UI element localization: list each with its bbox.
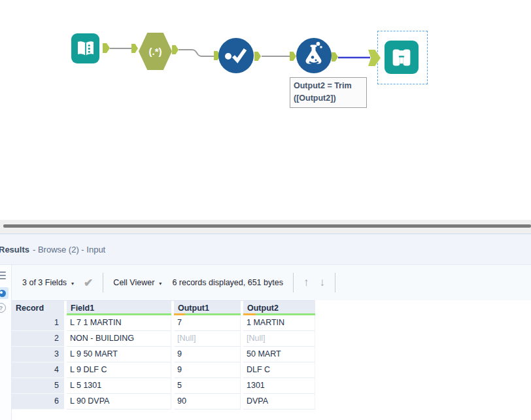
quality-bar-output2: [243, 313, 315, 315]
formula-output-anchor[interactable]: [332, 52, 338, 61]
scroll-up-icon[interactable]: ↑: [303, 276, 309, 289]
cell-output1[interactable]: 5: [174, 378, 241, 394]
tool-browse[interactable]: [385, 41, 419, 74]
fields-caret-icon[interactable]: ▾: [71, 281, 74, 287]
text-input-book-icon: [74, 37, 97, 60]
cell-output2[interactable]: 50 MART: [243, 347, 315, 362]
fields-selector[interactable]: 3 of 3 Fields: [22, 278, 67, 287]
panel-splitter[interactable]: [0, 220, 531, 234]
quality-bar-output1: [174, 313, 241, 315]
cell-field1[interactable]: NON - BUILDING: [67, 331, 171, 347]
annotation-line2: ([Output2]): [294, 92, 363, 105]
apply-check-icon[interactable]: ✔: [84, 276, 93, 290]
cell-output2[interactable]: [Null]: [243, 331, 315, 347]
regex-output-anchor[interactable]: [172, 45, 179, 54]
scroll-down-icon[interactable]: ↓: [319, 276, 325, 289]
toolbar-separator: [293, 273, 294, 292]
cell-viewer-selector[interactable]: Cell Viewer: [113, 278, 154, 287]
formula-annotation[interactable]: Output2 = Trim ([Output2]): [290, 77, 367, 108]
cell-viewer-caret-icon[interactable]: ▾: [159, 281, 162, 287]
regex-glyph: (.*): [149, 46, 162, 57]
cell-output1[interactable]: 7: [174, 315, 241, 331]
regex-input-anchor[interactable]: [131, 44, 138, 53]
toolbar-separator: [335, 273, 335, 292]
splitter-handle[interactable]: [3, 224, 531, 228]
cell-field1[interactable]: L 5 1301: [67, 378, 171, 394]
cell-output1[interactable]: [Null]: [174, 331, 241, 347]
cell-output2[interactable]: DLF C: [243, 362, 315, 378]
record-number[interactable]: 6: [12, 394, 64, 410]
browse-binoculars-icon: [388, 44, 415, 71]
record-number[interactable]: 1: [12, 315, 64, 331]
cell-output2[interactable]: 1 MARTIN: [243, 315, 315, 331]
tool-select[interactable]: [218, 38, 254, 73]
cell-field1[interactable]: L 9 50 MART: [67, 347, 171, 362]
menu-icon[interactable]: [0, 271, 6, 281]
results-toolbar: 3 of 3 Fields ▾ ✔ Cell Viewer ▾ 6 record…: [12, 265, 531, 300]
results-table: Record Field1 Output1 Output2 1 L 7 1 MA…: [12, 300, 315, 410]
column-header-output1[interactable]: Output1: [174, 301, 241, 315]
results-header: Results - Browse (2) - Input: [0, 234, 531, 265]
tool-formula[interactable]: [296, 38, 332, 73]
cell-field1[interactable]: L 90 DVPA: [67, 394, 171, 410]
column-header-record[interactable]: Record: [12, 301, 64, 315]
workflow-canvas[interactable]: (.*) Ou: [0, 0, 531, 220]
results-title: Results: [0, 245, 29, 254]
column-header-field1[interactable]: Field1: [67, 301, 171, 315]
help-icon[interactable]: ?: [0, 303, 6, 313]
annotation-line1: Output2 = Trim: [294, 80, 363, 92]
record-number[interactable]: 4: [12, 362, 64, 378]
cell-output1[interactable]: 9: [174, 362, 241, 378]
cell-output2[interactable]: 1301: [243, 378, 315, 394]
data-view-toggle[interactable]: [0, 287, 9, 299]
profile-icon: [0, 290, 6, 297]
record-number[interactable]: 3: [12, 347, 64, 362]
tool-text-input[interactable]: [71, 33, 99, 63]
formula-flask-icon: [296, 38, 332, 73]
text-input-output-anchor[interactable]: [103, 43, 110, 53]
quality-bar-field1: [67, 313, 171, 315]
select-output-anchor[interactable]: [254, 52, 261, 61]
select-check-icon: [218, 38, 254, 73]
cell-output1[interactable]: 90: [174, 394, 241, 410]
results-subtitle: - Browse (2) - Input: [33, 245, 105, 254]
record-number[interactable]: 5: [12, 378, 64, 394]
formula-input-anchor[interactable]: [290, 52, 296, 61]
results-panel: Results - Browse (2) - Input ? 3 of 3 Fi…: [0, 234, 531, 420]
cell-field1[interactable]: L 9 DLF C: [67, 362, 171, 378]
cell-output2[interactable]: DVPA: [243, 394, 315, 410]
tool-regex[interactable]: (.*): [139, 33, 172, 70]
column-header-output2[interactable]: Output2: [243, 301, 315, 315]
cell-field1[interactable]: L 7 1 MARTIN: [67, 315, 171, 331]
cell-output1[interactable]: 9: [174, 347, 241, 362]
results-left-rail: ?: [0, 265, 12, 420]
toolbar-separator: [103, 273, 103, 292]
record-number[interactable]: 2: [12, 331, 64, 347]
records-info: 6 records displayed, 651 bytes: [172, 278, 283, 287]
wire-regex-select: [179, 50, 214, 56]
